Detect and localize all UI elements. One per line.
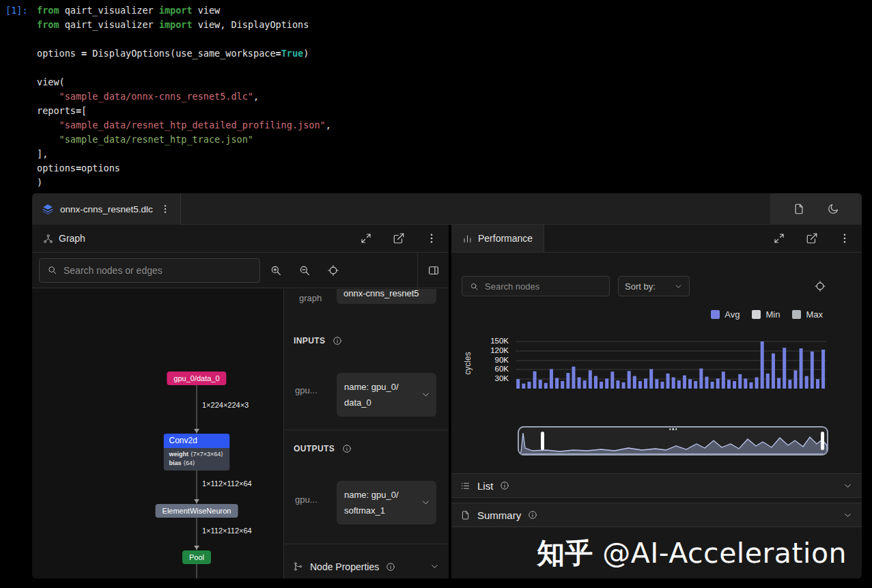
tab-graph[interactable]: Graph xyxy=(32,225,96,252)
minimap-handle-right[interactable] xyxy=(821,432,824,450)
ytick: 30K xyxy=(477,374,509,382)
title-kebab-icon[interactable] xyxy=(160,204,171,214)
legend-swatch xyxy=(711,310,720,319)
graph-icon xyxy=(43,234,53,244)
tab-performance-label: Performance xyxy=(478,233,533,244)
outputs-header: OUTPUTS xyxy=(294,444,352,453)
performance-icon xyxy=(462,234,473,244)
search-icon xyxy=(470,282,479,291)
performance-search-input[interactable] xyxy=(485,281,605,292)
code-cell: [1]: from qairt_visualizer import viewfr… xyxy=(5,3,331,190)
fit-view-icon[interactable] xyxy=(327,264,339,277)
info-icon[interactable] xyxy=(342,444,352,453)
panel-toggle[interactable] xyxy=(417,253,449,288)
chevron-down-icon xyxy=(421,498,431,508)
info-icon[interactable] xyxy=(333,336,342,346)
zoom-in-icon[interactable] xyxy=(270,264,282,277)
sort-by-select[interactable]: Sort by: xyxy=(618,276,690,296)
graph-canvas[interactable]: gpu_0/data_0 1×224×224×3 Conv2d weight⟨7… xyxy=(32,289,283,578)
ytick: 60K xyxy=(477,365,509,373)
tab-graph-label: Graph xyxy=(59,233,85,244)
input-select[interactable]: name: gpu_0/ data_0 xyxy=(337,373,436,417)
graph-toolbar xyxy=(32,253,449,288)
panel-toggle-icon xyxy=(427,264,440,277)
performance-panel: Performance xyxy=(451,225,862,578)
legend-min[interactable]: Min xyxy=(752,309,780,320)
graph-node-elementwise[interactable]: ElementWiseNeuron xyxy=(156,504,238,518)
graph-node-conv2d[interactable]: Conv2d weight⟨7×7×3×64⟩ bias⟨64⟩ xyxy=(164,434,230,471)
chart-minimap[interactable] xyxy=(518,426,828,456)
graph-kebab-icon[interactable] xyxy=(425,232,438,244)
open-in-new-icon[interactable] xyxy=(806,232,818,244)
page: [1]: from qairt_visualizer import viewfr… xyxy=(0,0,872,588)
chevron-down-icon xyxy=(674,282,683,291)
ytick: 150K xyxy=(477,337,509,345)
graph-search-input[interactable] xyxy=(64,265,252,276)
graph-tabbar: Graph xyxy=(32,225,449,253)
model-tab[interactable]: onnx-cnns_resnet5.dlc xyxy=(32,193,181,225)
edge-label: 1×112×112×64 xyxy=(202,479,252,488)
ytick: 120K xyxy=(477,346,509,354)
info-icon[interactable] xyxy=(500,481,509,490)
bars-layer xyxy=(516,341,825,389)
legend-max[interactable]: Max xyxy=(792,309,823,320)
legend-swatch xyxy=(792,310,801,319)
cell-prompt: [1]: xyxy=(5,3,31,190)
chevron-down-icon[interactable] xyxy=(430,561,440,572)
y-axis-label: cycles xyxy=(463,339,473,388)
code-lines[interactable]: from qairt_visualizer import viewfrom qa… xyxy=(37,3,331,190)
legend-avg[interactable]: Avg xyxy=(711,309,740,320)
list-section-row[interactable]: List xyxy=(451,473,862,498)
performance-toolbar: Sort by: xyxy=(462,276,862,296)
theme-moon-icon[interactable] xyxy=(827,203,839,215)
edge-label: 1×224×224×3 xyxy=(202,401,249,409)
inputs-header: INPUTS xyxy=(294,336,342,346)
chevron-down-icon xyxy=(421,390,431,400)
summary-section-row[interactable]: Summary xyxy=(451,503,862,527)
document-icon[interactable] xyxy=(793,203,805,215)
legend-swatch xyxy=(752,310,761,319)
graph-panel: Graph xyxy=(32,225,449,578)
chart-legend: Avg Min Max xyxy=(711,309,823,320)
info-icon[interactable] xyxy=(528,510,537,520)
output-select[interactable]: name: gpu_0/ softmax_1 xyxy=(337,481,436,524)
info-icon[interactable] xyxy=(386,562,395,572)
watermark: 知乎 @AI-Acceleration xyxy=(537,535,847,572)
graph-node-input[interactable]: gpu_0/data_0 xyxy=(167,372,226,385)
search-icon xyxy=(47,265,57,275)
minimap-waveform xyxy=(519,428,827,454)
fit-view-icon[interactable] xyxy=(814,280,826,292)
expand-icon[interactable] xyxy=(360,232,372,244)
zoom-out-icon[interactable] xyxy=(298,264,311,277)
app-logo-icon xyxy=(42,203,54,215)
ytick: 90K xyxy=(477,356,509,364)
graph-edges xyxy=(32,289,283,578)
performance-kebab-icon[interactable] xyxy=(839,232,851,244)
properties-panel: graph onnx-cnns_resnet5 INPUTS gpu... na… xyxy=(283,289,449,578)
titlebar-actions xyxy=(770,193,862,225)
tab-performance[interactable]: Performance xyxy=(451,225,544,252)
minimap-drag-dots[interactable] xyxy=(669,428,677,430)
graph-search[interactable] xyxy=(39,258,260,283)
node-properties-row[interactable]: Node Properties xyxy=(284,554,449,578)
graph-node-pool[interactable]: Pool xyxy=(182,550,211,564)
output-row-label: gpu... xyxy=(295,494,318,505)
summary-doc-icon xyxy=(460,510,470,520)
titlebar: onnx-cnns_resnet5.dlc xyxy=(32,193,862,225)
chevron-down-icon[interactable] xyxy=(843,510,853,520)
performance-tabbar: Performance xyxy=(451,225,862,253)
expand-icon[interactable] xyxy=(773,232,785,244)
graph-field[interactable]: onnx-cnns_resnet5 xyxy=(337,289,436,304)
edge-label: 1×112×112×64 xyxy=(202,527,252,535)
node-properties-icon xyxy=(293,561,303,572)
input-row-label: gpu... xyxy=(295,385,318,395)
chevron-down-icon[interactable] xyxy=(843,481,853,491)
window-title: onnx-cnns_resnet5.dlc xyxy=(60,204,153,214)
graph-field-label: graph xyxy=(299,293,322,303)
cycles-bar-chart[interactable] xyxy=(516,334,826,389)
list-icon xyxy=(460,481,470,491)
visualizer-window: onnx-cnns_resnet5.dlc xyxy=(32,193,862,578)
open-in-new-icon[interactable] xyxy=(393,232,405,244)
minimap-handle-left[interactable] xyxy=(541,432,544,450)
performance-search[interactable] xyxy=(462,276,610,296)
